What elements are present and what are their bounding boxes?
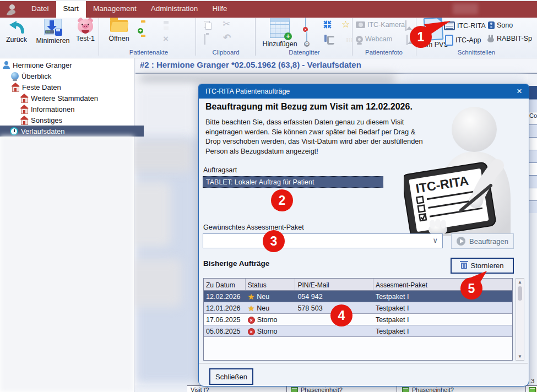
bisherige-heading: Bisherige Aufträge — [203, 259, 269, 268]
minimize-button[interactable]: Minimieren — [33, 19, 73, 45]
home-icon — [20, 105, 28, 113]
storno-x-icon: × — [248, 328, 255, 335]
cell-status: ×Storno — [246, 325, 296, 336]
table-row[interactable]: 12.01.2026 ★Neu 578 503 Testpaket I — [204, 302, 512, 314]
sidebar-label: Feste Daten — [22, 83, 61, 91]
test-1-label: Test-1 — [76, 35, 95, 42]
dialog-heading: Beauftragung mit Bezug zum Visit am 12.0… — [205, 102, 413, 112]
sidebar-item-feste-daten[interactable]: Feste Daten — [0, 81, 145, 92]
undo-icon[interactable]: ↶ — [223, 34, 231, 42]
sidebar-item-sonstiges[interactable]: Sonstiges — [0, 115, 154, 126]
group-separator — [99, 18, 99, 56]
delete-x-icon[interactable]: × — [163, 35, 169, 43]
menu-tab-administration[interactable]: Administration — [144, 1, 205, 18]
camera-icon — [356, 21, 365, 28]
pig-icon — [77, 19, 94, 34]
sidebar-item-ueberblick[interactable]: Überblick — [0, 70, 145, 81]
add-row-button[interactable]: + Hinzufügen — [259, 18, 301, 48]
callout-3: 3 — [263, 230, 285, 252]
favorite-star-icon[interactable]: ☆ — [341, 19, 350, 30]
back-button[interactable]: Zurück — [1, 19, 32, 43]
itc-kamera-button[interactable]: ITC-Kamera — [356, 21, 405, 29]
col-header-zu-datum[interactable]: Zu Datum — [204, 279, 246, 290]
webcam-button[interactable]: Webcam — [356, 35, 392, 43]
table-row[interactable]: 05.06.2025 ×Storno Testpaket I — [204, 325, 512, 337]
menu-tab-datei[interactable]: Datei — [24, 1, 56, 18]
col-header-pin[interactable]: PIN/E-Mail — [295, 279, 373, 290]
star-icon: ★ — [248, 304, 255, 312]
cell-pin — [295, 325, 373, 336]
open-label: Öffnen — [109, 35, 129, 42]
rabbit-button[interactable]: RABBIT-Sp — [487, 35, 532, 42]
beauftragen-button[interactable]: Beauftragen — [451, 233, 514, 249]
app-window: { "menu": { "items": ["Datei", "Start", … — [0, 0, 537, 392]
dialog-body-text: Bitte beachten Sie, dass erfassten Daten… — [205, 117, 430, 156]
col-header-paket[interactable]: Assesment-Paket — [373, 279, 512, 290]
sidebar-label: Überblick — [21, 72, 51, 80]
test-1-button[interactable]: Test-1 — [73, 19, 98, 42]
group-separator — [255, 18, 256, 56]
blurred-strip — [139, 75, 397, 83]
col-header-status[interactable]: Status — [246, 279, 296, 290]
auftragsart-label: Auftragsart — [203, 166, 237, 174]
grid-delete-icon[interactable]: × — [305, 17, 306, 30]
cell-paket: Testpaket I — [373, 302, 512, 313]
cell-paket: Testpaket I — [373, 291, 512, 302]
itc-rita-label: ITC-RITA — [457, 22, 486, 30]
open-button[interactable]: Öffnen — [102, 20, 136, 42]
sidebar-item-verlaufsdaten[interactable]: Verlaufsdaten — [0, 126, 144, 137]
home-icon — [20, 94, 28, 102]
sidebar-label: Informationen — [31, 105, 75, 113]
back-arrow-icon — [8, 19, 25, 36]
grid-settings-icon[interactable]: ⚙ — [306, 31, 307, 45]
scroll-up-icon[interactable]: ▲ — [516, 280, 524, 285]
cell-date: 05.06.2025 — [204, 325, 246, 336]
rabbit-icon — [487, 35, 495, 42]
beauftragen-label: Beauftragen — [469, 237, 508, 246]
sidebar-item-patient[interactable]: Hermione Granger — [0, 59, 136, 70]
auftragsart-selected-item[interactable]: TABLET: Lokaler Auftrag für Patient — [203, 176, 383, 188]
minimize-label: Minimieren — [36, 37, 69, 45]
sidebar-item-weitere-stammdaten[interactable]: Weitere Stammdaten — [0, 92, 154, 104]
sono-label: Sono — [497, 21, 513, 29]
sidebar-label: Verlaufsdaten — [21, 127, 65, 135]
menu-tab-start[interactable]: Start — [56, 1, 86, 18]
scrollbar-thumb[interactable] — [518, 286, 522, 301]
grid-green-icon — [291, 387, 298, 392]
open-folder-icon — [110, 20, 128, 32]
sidebar-label: Weitere Stammdaten — [31, 94, 98, 102]
table-row[interactable]: 17.06.2025 ×Storno Testpaket I — [204, 314, 512, 325]
sono-button[interactable]: Sono — [488, 21, 513, 29]
cut-scissors-icon[interactable]: ✂ — [223, 20, 230, 28]
sidebar-item-informationen[interactable]: Informationen — [0, 104, 154, 115]
bg-header-cell: Phaseneinheit? — [301, 386, 343, 392]
menu-tab-hilfe[interactable]: Hilfe — [205, 1, 234, 18]
person-icon — [2, 61, 10, 69]
paste-icon[interactable] — [204, 34, 205, 45]
group-label-datengitter: Datengitter — [256, 49, 352, 56]
photo-add-icon[interactable] — [405, 20, 406, 31]
menu-tab-management[interactable]: Management — [86, 1, 144, 18]
home-icon — [20, 116, 28, 124]
schliessen-button[interactable]: Schließen — [209, 368, 253, 385]
ribbon-toolbar: Zurück Minimieren Test-1 Öffnen + × Pati… — [0, 17, 537, 58]
cell-status: ×Storno — [246, 314, 296, 325]
itc-kamera-label: ITC-Kamera — [367, 21, 405, 29]
scroll-down-icon[interactable]: ▼ — [516, 354, 524, 359]
rabbit-label: RABBIT-Sp — [497, 35, 532, 42]
collapse-arrows-icon[interactable] — [323, 20, 332, 31]
itc-app-label: ITC-App — [455, 36, 481, 44]
table-scrollbar[interactable]: ▲ ▼ — [516, 278, 524, 361]
cell-date: 17.06.2025 — [204, 314, 246, 325]
sidebar-label: Sonstiges — [31, 116, 62, 124]
patient-title-bar: #2 : Hermione Granger *02.05.1962 (63,8)… — [135, 58, 537, 74]
dialog-close-icon[interactable]: × — [517, 85, 522, 98]
add-row-label: Hinzufügen — [262, 40, 297, 48]
group-label-schnittstellen: Schnittstellen — [435, 49, 518, 56]
photo-remove-icon[interactable] — [406, 35, 408, 45]
grid-green-icon — [402, 387, 409, 392]
assessment-paket-dropdown[interactable]: ∨ — [203, 233, 443, 248]
schliessen-label: Schließen — [215, 373, 247, 381]
cell-status: ★Neu — [246, 302, 296, 313]
home-icon — [11, 83, 19, 91]
